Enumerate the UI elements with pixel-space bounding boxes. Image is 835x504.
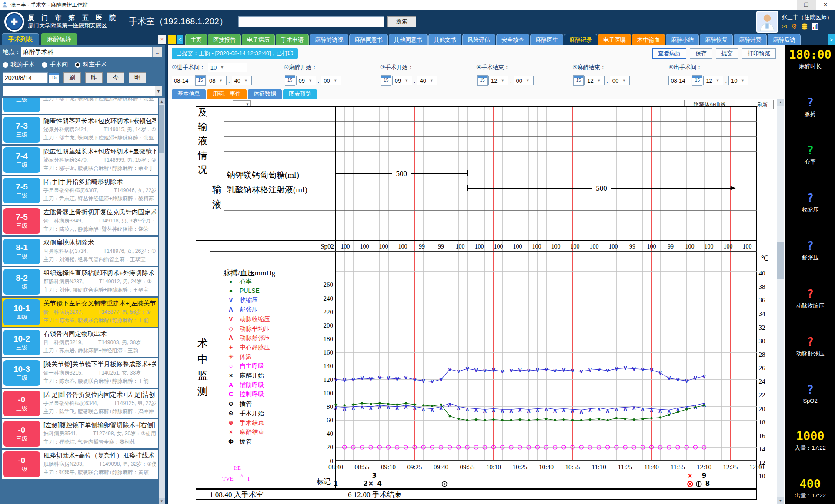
toolbar-button-查看病历[interactable]: 查看病历	[652, 48, 686, 59]
subtab-体征数据[interactable]: 体征数据	[248, 89, 282, 99]
main-panel: 已提交：王韵 - [2020-08-14 12:32:40]，已打印 查看病历保…	[168, 45, 785, 504]
radio-我的手术[interactable]: 我的手术	[3, 61, 35, 69]
hour-select[interactable]: 09▼	[392, 76, 412, 85]
case-item[interactable]: 7-4三级隐匿性阴茎延长术+包皮环切术+显微镜下泌尿外科病房3470, T148…	[2, 146, 158, 175]
maximize-button[interactable]: ❐	[797, 0, 816, 10]
nav-tab-麻醉恢复[interactable]: 麻醉恢复	[700, 34, 733, 45]
case-item[interactable]: 8-2二级组织选择性直肠粘膜环切术+外痔切除术肛肠科病房N237, T14901…	[2, 267, 158, 296]
case-item[interactable]: 7-5三级左肱骨髁上骨折切开复位克氏针内固定术骨二科病房3349, T14911…	[2, 206, 158, 235]
nav-tab-主页[interactable]: 主页	[185, 34, 207, 45]
case-item[interactable]: 10-2三级右锁骨内固定物取出术骨一科病房3219, T149003, 男, 3…	[2, 328, 158, 357]
gear-icon[interactable]: ⚙	[792, 23, 797, 30]
nav-tab-安全核查[interactable]: 安全核查	[496, 34, 529, 45]
subtab-图表预览[interactable]: 图表预览	[283, 89, 317, 99]
chart-scrollbar[interactable]: ▲▼	[777, 99, 784, 504]
scroll-right-button[interactable]: >	[828, 34, 835, 45]
toolbar-button-保存[interactable]: 保存	[690, 48, 712, 59]
mail-icon[interactable]: ✉	[782, 23, 787, 30]
scroll-left-button[interactable]: <	[177, 35, 183, 44]
hour-select[interactable]: 12▼	[584, 76, 605, 85]
minute-select[interactable]: 10▼	[728, 76, 748, 85]
calendar-icon[interactable]: 15	[285, 75, 295, 86]
nav-tab-手术申请[interactable]: 手术申请	[276, 34, 309, 45]
date-field[interactable]: 08-14	[172, 76, 194, 85]
calendar-icon[interactable]: 15	[692, 75, 702, 86]
hour-select[interactable]: 12▼	[703, 76, 723, 85]
nav-tab-电子病历[interactable]: 电子病历	[242, 34, 275, 45]
location-more-button[interactable]: ...	[153, 47, 162, 57]
sidebar-scrollbar[interactable]: ▲▼	[159, 98, 165, 504]
case-item[interactable]: 10-1四级关节镜下左后交叉韧带重建术+[左膝关节骨一科病房3207, T145…	[2, 298, 158, 327]
toolbar-button-提交[interactable]: 提交	[716, 48, 738, 59]
nav-tab-风险评估[interactable]: 风险评估	[462, 34, 495, 45]
calendar-icon[interactable]: 15	[477, 75, 488, 86]
case-item[interactable]: 7-5二级[右手]手拇指多指畸形切除术手足显微外科病房6307, T149046…	[2, 176, 158, 205]
date-field[interactable]: 08-14	[668, 76, 691, 85]
nav-tab-其他文书[interactable]: 其他文书	[428, 34, 461, 45]
svg-text:Λ: Λ	[650, 408, 653, 413]
room-select[interactable]: 10▼	[208, 63, 247, 72]
toolbar-button-打印预览[interactable]: 打印预览	[742, 48, 776, 59]
nav-tab-麻醉同意书[interactable]: 麻醉同意书	[349, 34, 388, 45]
nav-tab-麻醉计费[interactable]: 麻醉计费	[734, 34, 767, 45]
calendar-icon[interactable]: 15	[195, 75, 206, 86]
nav-tab-麻醉小结[interactable]: 麻醉小结	[666, 34, 699, 45]
case-item[interactable]: 10-3三级[膝关节镜]关节镜下半月板修整成形术+关骨一科病房3215, T14…	[2, 358, 158, 388]
minimize-button[interactable]: ‒	[778, 0, 797, 10]
nav-tab-医技报告[interactable]: 医技报告	[208, 34, 241, 45]
case-title: [右手]手拇指多指畸形切除术	[43, 178, 156, 186]
nav-tab-术中输血[interactable]: 术中输血	[632, 34, 665, 45]
date-button-昨[interactable]: 昨	[85, 72, 103, 83]
nav-tab-麻醉记录[interactable]: 麻醉记录	[564, 34, 597, 45]
nav-tab-其他同意书[interactable]: 其他同意书	[389, 34, 428, 45]
hour-select[interactable]: 09▼	[296, 76, 316, 85]
close-button[interactable]: ✕	[816, 0, 835, 10]
svg-text:500: 500	[596, 184, 607, 192]
minute-select[interactable]: 40▼	[232, 76, 252, 85]
search-input[interactable]	[238, 16, 384, 27]
radio-科室手术[interactable]: 科室手术	[75, 61, 107, 69]
minute-select[interactable]: 40▼	[417, 76, 437, 85]
nav-tab-麻醉医生[interactable]: 麻醉医生	[530, 34, 563, 45]
subtab-基本信息[interactable]: 基本信息	[172, 89, 206, 99]
date-button-明[interactable]: 明	[129, 72, 146, 83]
case-detail: 骨二科病房3349, T149118, 男, 9岁9个月：	[43, 217, 156, 225]
case-item[interactable]: 8-1二级双侧扁桃体切除术耳鼻喉科病房3734, T148976, 女, 26岁…	[2, 237, 158, 266]
sidebar-tab-1[interactable]: 麻醉镇静	[41, 33, 77, 45]
nav-tab-电子医嘱[interactable]: 电子医嘱	[598, 34, 631, 45]
hour-select[interactable]: 08▼	[207, 76, 227, 85]
sidebar-tab-0[interactable]: 手术列表	[2, 33, 39, 45]
location-input[interactable]	[21, 47, 153, 57]
chevron-down-icon: ▼	[219, 78, 223, 83]
case-badge: 三级	[3, 98, 40, 112]
hour-select[interactable]: 12▼	[488, 76, 508, 85]
case-item[interactable]: -0三级[左侧]腹腔镜下单侧输卵管切除术+[右侧]妇科病房3541, T1274…	[2, 419, 158, 448]
nav-tab-麻醉前访视[interactable]: 麻醉前访视	[310, 34, 348, 45]
subtab-用药、事件[interactable]: 用药、事件	[207, 89, 247, 99]
case-surgeon: 主刀：陈永春, 腰硬联合麻醉+静脉麻醉：王韵	[43, 317, 156, 324]
coins-icon[interactable]	[802, 23, 808, 30]
sidebar-close-button[interactable]: ×	[158, 35, 166, 44]
calendar-icon[interactable]: 15	[49, 73, 59, 83]
case-item[interactable]: -0三级肛瘘切除术+高位（复杂性）肛瘘挂线术肛肠科病房N203, T149098…	[2, 450, 158, 479]
minute-select[interactable]: 00▼	[514, 76, 534, 85]
filter-select[interactable]: ▼	[3, 86, 162, 96]
case-item[interactable]: 三级泌尿外科病房3409, 何于晧, T149000, 男, 12岁：①主刀：邬…	[2, 98, 158, 114]
svg-text:V: V	[624, 366, 627, 371]
vital-label: 动脉收缩压	[785, 302, 835, 310]
date-input[interactable]	[3, 72, 48, 83]
radio-手术间[interactable]: 手术间	[42, 61, 68, 69]
nav-tab-麻醉后访[interactable]: 麻醉后访	[768, 34, 801, 45]
case-item[interactable]: 7-3三级隐匿性阴茎延长术+包皮环切术+嵌顿包茎泌尿外科病房3424, T149…	[2, 115, 158, 144]
search-button[interactable]: 搜索	[387, 16, 416, 27]
minute-select[interactable]: 00▼	[610, 76, 630, 85]
calendar-icon[interactable]: 15	[573, 75, 584, 86]
calendar-icon[interactable]: 15	[381, 75, 391, 86]
chart-icon[interactable]	[812, 23, 818, 30]
minute-select[interactable]: 00▼	[321, 76, 341, 85]
date-button-刷[interactable]: 刷	[63, 72, 81, 83]
case-surgeon: 主刀：刘佳, 腰硬联合麻醉+静脉麻醉：王翠宝	[43, 286, 154, 294]
pin-button[interactable]	[168, 35, 176, 44]
case-item[interactable]: -0三级[左足]趾骨骨折复位内固定术+[左足]清创手足显微外科病房6344, T…	[2, 389, 158, 418]
date-button-今[interactable]: 今	[107, 72, 124, 83]
